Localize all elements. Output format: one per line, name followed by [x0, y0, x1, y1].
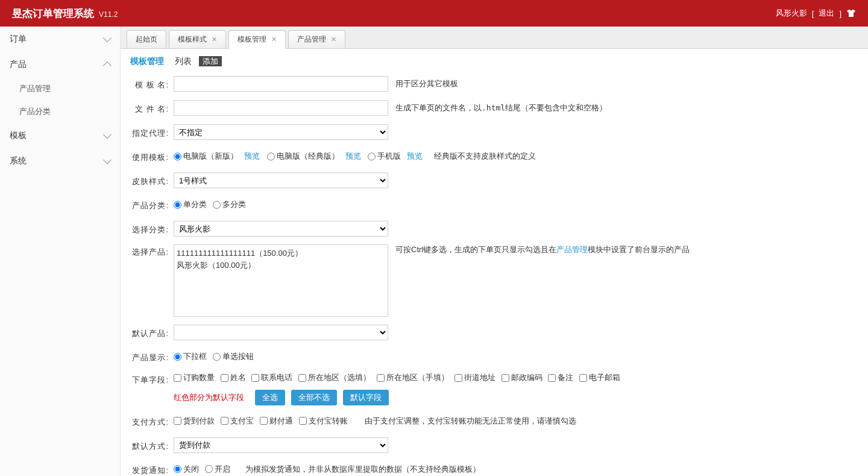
cb-zip[interactable]: 邮政编码 [502, 372, 542, 383]
sidebar-item-products[interactable]: 产品 [0, 52, 120, 77]
cb-phone[interactable]: 联系电话 [251, 372, 292, 383]
payment-note: 由于支付宝调整，支付宝转账功能无法正常使用，请谨慎勾选 [365, 416, 576, 427]
cb-email[interactable]: 电子邮箱 [579, 372, 620, 383]
close-icon[interactable]: ✕ [271, 36, 277, 43]
btn-select-none[interactable]: 全部不选 [291, 390, 337, 405]
label-agent: 指定代理: [130, 125, 174, 139]
cb-name[interactable]: 姓名 [221, 372, 246, 383]
chevron-down-icon [103, 156, 112, 164]
btn-default-fields[interactable]: 默认字段 [343, 390, 389, 405]
content-body[interactable]: 模板管理 列表 添加 模 板 名: 用于区分其它模板 文 件 名: 生成下单页的… [121, 49, 868, 476]
template-name-hint: 用于区分其它模板 [395, 78, 458, 89]
chevron-down-icon [103, 34, 112, 42]
radio-tpl-classic[interactable]: 电脑版（经典版） [267, 151, 339, 162]
category-select[interactable]: 风形火影 [174, 221, 388, 236]
product-option-1[interactable]: 111111111111111111（150.00元） [177, 247, 385, 259]
cb-area-input[interactable]: 所在地区（手填） [377, 372, 449, 383]
label-notify: 发货通知: [130, 463, 174, 476]
breadcrumb-add[interactable]: 添加 [199, 56, 222, 66]
logout-link[interactable]: 退出 [819, 8, 834, 19]
breadcrumb-list[interactable]: 列表 [175, 56, 192, 66]
label-file-name: 文 件 名: [130, 101, 174, 115]
header-brand: 昱杰订单管理系统 V11.2 [12, 7, 118, 21]
cb-qty[interactable]: 订购数量 [174, 372, 215, 383]
username: 风形火影 [776, 8, 807, 19]
product-hint: 可按Ctrl键多选，生成的下单页只显示勾选且在产品管理模块中设置了前台显示的产品 [395, 244, 690, 255]
cb-address[interactable]: 街道地址 [454, 372, 495, 383]
label-default-product: 默认产品: [130, 326, 174, 339]
chevron-down-icon [103, 130, 112, 139]
label-payment: 支付方式: [130, 414, 174, 428]
tab-bar: 起始页 模板样式 ✕ 模板管理 ✕ 产品管理 ✕ [121, 27, 868, 49]
radio-notify-off[interactable]: 关闭 [174, 464, 199, 475]
file-name-hint: 生成下单页的文件名，以.html结尾（不要包含中文和空格） [395, 103, 607, 113]
skin-select[interactable]: 1号样式 [174, 173, 388, 188]
label-display: 产品显示: [130, 350, 174, 363]
product-option-2[interactable]: 风形火影（100.00元） [177, 259, 385, 271]
default-payment-select[interactable]: 货到付款 [174, 437, 388, 453]
label-template-name: 模 板 名: [130, 77, 174, 90]
label-category: 产品分类: [130, 198, 174, 211]
radio-notify-on[interactable]: 开启 [205, 464, 230, 475]
label-fields: 下单字段: [130, 372, 174, 386]
cb-pay-tenpay[interactable]: 财付通 [260, 416, 293, 427]
notify-note: 为模拟发货通知，并非从数据库里提取的数据（不支持经典版模板） [245, 464, 480, 475]
tab-manage[interactable]: 模板管理 ✕ [228, 30, 286, 49]
sidebar: 订单 产品 产品管理 产品分类 模板 系统 [0, 27, 121, 476]
btn-select-all[interactable]: 全选 [255, 390, 285, 405]
label-skin: 皮肤样式: [130, 174, 174, 187]
product-listbox[interactable]: 111111111111111111（150.00元） 风形火影（100.00元… [174, 244, 388, 317]
app-title: 昱杰订单管理系统 [12, 7, 94, 21]
preview-new-link[interactable]: 预览 [244, 151, 260, 162]
radio-tpl-new[interactable]: 电脑版（新版） [174, 151, 238, 162]
tab-start[interactable]: 起始页 [127, 30, 166, 48]
app-version: V11.2 [99, 10, 118, 19]
tab-style[interactable]: 模板样式 ✕ [169, 30, 226, 48]
cb-pay-transfer[interactable]: 支付宝转账 [299, 416, 348, 427]
close-icon[interactable]: ✕ [212, 36, 217, 43]
radio-cat-multi[interactable]: 多分类 [213, 199, 246, 210]
tab-product[interactable]: 产品管理 ✕ [288, 30, 345, 48]
template-name-input[interactable] [174, 76, 388, 92]
preview-mobile-link[interactable]: 预览 [407, 151, 423, 162]
label-select-product: 选择产品: [130, 244, 174, 258]
preview-classic-link[interactable]: 预览 [345, 151, 361, 162]
theme-icon[interactable] [846, 8, 856, 18]
cb-area-sel[interactable]: 所在地区（选填） [298, 372, 371, 383]
radio-display-select[interactable]: 下拉框 [174, 351, 207, 362]
cb-pay-alipay[interactable]: 支付宝 [221, 416, 254, 427]
cb-pay-cod[interactable]: 货到付款 [174, 416, 215, 427]
radio-display-radio[interactable]: 单选按钮 [213, 351, 254, 362]
label-select-category: 选择分类: [130, 222, 174, 235]
agent-select[interactable]: 不指定 [174, 124, 388, 140]
sidebar-item-system[interactable]: 系统 [0, 148, 120, 174]
chevron-up-icon [103, 62, 112, 70]
file-name-input[interactable] [174, 100, 388, 116]
sidebar-sub-product-manage[interactable]: 产品管理 [0, 77, 120, 100]
sidebar-sub-product-category[interactable]: 产品分类 [0, 100, 120, 123]
label-default-payment: 默认方式: [130, 439, 174, 452]
label-use-template: 使用模板: [130, 150, 174, 163]
breadcrumb-main[interactable]: 模板管理 [130, 56, 164, 66]
product-manage-link[interactable]: 产品管理 [556, 245, 588, 254]
breadcrumb: 模板管理 列表 添加 [130, 56, 858, 67]
sidebar-item-orders[interactable]: 订单 [0, 27, 120, 52]
header-user-area: 风形火影 [ 退出 ] [776, 8, 856, 19]
default-product-select[interactable] [174, 325, 388, 340]
radio-tpl-mobile[interactable]: 手机版 [368, 151, 401, 162]
top-header: 昱杰订单管理系统 V11.2 风形火影 [ 退出 ] [0, 0, 868, 27]
classic-note: 经典版不支持皮肤样式的定义 [434, 151, 536, 162]
fields-note: 红色部分为默认字段 [174, 392, 244, 403]
radio-cat-single[interactable]: 单分类 [174, 199, 207, 210]
cb-remark[interactable]: 备注 [548, 372, 573, 383]
close-icon[interactable]: ✕ [331, 36, 336, 43]
sidebar-item-template[interactable]: 模板 [0, 123, 120, 148]
